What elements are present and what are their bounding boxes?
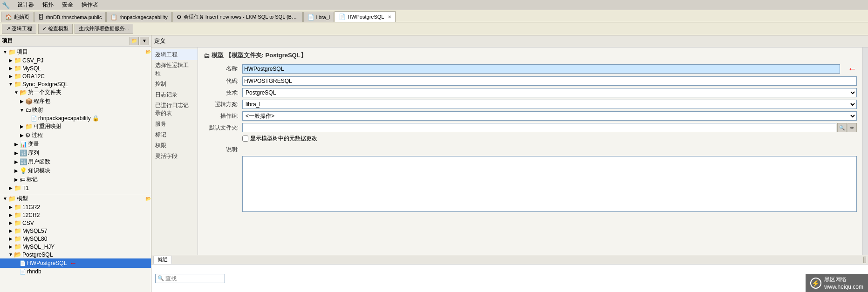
mysql57-expand[interactable]: ▶ [8, 228, 13, 233]
tab-session[interactable]: ⚙ 会话任务 Insert new rows - LKM SQL to SQL … [172, 12, 303, 22]
tree-sequence[interactable]: ▶ 🔢 序列 [0, 149, 151, 157]
show-meta-label: 显示模型树中的元数据更改 [250, 135, 317, 143]
project-header[interactable]: ▼ 📁 项目 📂 [0, 48, 151, 56]
menu-designer[interactable]: 设计器 [14, 0, 38, 10]
name-input[interactable] [242, 64, 840, 74]
tree-ora12c[interactable]: ▶ 📁 ORA12C [0, 72, 151, 80]
ora-expand[interactable]: ▶ [8, 74, 13, 79]
model-expand[interactable]: ▼ [3, 196, 7, 201]
tree-11gr2[interactable]: ▶ 📁 11GR2 [0, 203, 151, 211]
knowledge-expand[interactable]: ▶ [14, 168, 19, 173]
11gr2-expand[interactable]: ▶ [8, 204, 13, 210]
tree-csv-model[interactable]: ▶ 📁 CSV [0, 219, 151, 227]
show-meta-checkbox[interactable] [242, 136, 248, 142]
tree-postgresql[interactable]: ▼ 📂 PostgreSQL [0, 251, 151, 258]
tag-expand[interactable]: ▶ [14, 177, 19, 182]
tab-home[interactable]: 🏠 起始页 [1, 12, 34, 22]
validate-btn[interactable]: ✓ 检查模型 [38, 24, 73, 34]
generate-btn[interactable]: 生成并部署数据服务... [75, 24, 133, 34]
tech-select[interactable]: PostgreSQL [242, 88, 857, 97]
csv-expand[interactable]: ▶ [8, 58, 13, 63]
nav-flex[interactable]: 灵活字段 [151, 151, 198, 162]
search-input[interactable] [165, 275, 221, 282]
nav-tag[interactable]: 标记 [151, 129, 198, 140]
tree-mysql57[interactable]: ▶ 📁 MySQL57 [0, 227, 151, 235]
tree-mysql[interactable]: ▶ 📁 MySQL [0, 64, 151, 72]
tree-hwpostgresql[interactable]: 📄 HWPostgreSQL ← [0, 258, 151, 268]
menu-topology[interactable]: 拓扑 [39, 0, 57, 10]
nav-privileges[interactable]: 权限 [151, 140, 198, 151]
project-folder-btn[interactable]: 📂 [145, 49, 151, 54]
tree-first-folder[interactable]: ▼ 📂 第一个文件夹 [0, 88, 151, 97]
defaultdir-input[interactable] [242, 123, 836, 132]
tab-libra[interactable]: 📄 libra_l [303, 12, 334, 22]
tree-process[interactable]: ▶ ⚙ 过程 [0, 131, 151, 140]
description-textarea[interactable] [242, 156, 857, 212]
defaultdir-browse-btn[interactable]: 🔍 [837, 123, 847, 132]
t1-expand[interactable]: ▶ [8, 185, 13, 190]
tab-hwpostgresql[interactable]: 📄 HWPostgreSQL ✕ [335, 11, 396, 22]
project-expand[interactable]: ▼ [3, 49, 7, 54]
postgresql-label: PostgreSQL [22, 251, 53, 258]
nav-logic[interactable]: 逻辑工程 [151, 49, 198, 60]
bottom-collapse-btn[interactable] [863, 257, 866, 263]
logical-select[interactable]: libra_l [242, 100, 857, 109]
postgresql-expand[interactable]: ▼ [8, 252, 13, 257]
variable-folder-icon: 📊 [20, 141, 27, 148]
mysql-expand[interactable]: ▶ [8, 66, 13, 71]
tree-rhndb-model[interactable]: 📄 rhndb [0, 268, 151, 275]
nav-selective[interactable]: 选择性逻辑工程 [151, 60, 198, 79]
orient-btn[interactable]: ↗ 逻辑工程 [2, 24, 36, 34]
userfunc-expand[interactable]: ▶ [14, 159, 19, 164]
variable-expand[interactable]: ▶ [14, 142, 19, 147]
tree-rhnpkg[interactable]: 📄 rhnpackagecapability 🔒 [0, 115, 151, 122]
tree-sync-pg[interactable]: ▼ 📁 Sync_PostgreSQL [0, 80, 151, 88]
tree-mysql80[interactable]: ▶ 📁 MySQL80 [0, 235, 151, 243]
menu-bar: 🔧 设计器 拓扑 安全 操作者 [0, 0, 868, 10]
bottom-tab-attributes[interactable]: 就近 [153, 256, 172, 264]
model-header[interactable]: ▼ 📁 模型 📂 [0, 194, 151, 203]
code-input[interactable] [242, 76, 857, 86]
tree-csv-pj[interactable]: ▶ 📁 CSV_PJ [0, 56, 151, 64]
tree-mapping[interactable]: ▼ 🗂 映射 [0, 106, 151, 115]
mapping-expand[interactable]: ▼ [20, 108, 24, 113]
tree-userfunc[interactable]: ▶ 🔣 用户函数 [0, 157, 151, 166]
folder-btn[interactable]: 📁 [130, 37, 139, 45]
opgroup-label: 操作组: [204, 112, 239, 120]
csv-model-expand[interactable]: ▶ [8, 220, 13, 225]
tree-t1[interactable]: ▶ 📁 T1 [0, 184, 151, 192]
tab-rhnpkg[interactable]: 📋 rhnpackagecapability [106, 12, 171, 22]
description-label: 说明: [204, 145, 239, 154]
postgresql-folder-icon: 📂 [14, 251, 21, 258]
nav-log-table[interactable]: 已进行日志记录的表 [151, 100, 198, 119]
menu-operator[interactable]: 操作者 [78, 0, 102, 10]
expand-btn[interactable]: ▼ [140, 37, 149, 45]
tree-pkg[interactable]: ▶ 📦 程序包 [0, 97, 151, 106]
process-expand[interactable]: ▶ [20, 133, 24, 138]
tree-knowledge[interactable]: ▶ 💡 知识模块 [0, 166, 151, 175]
nav-control[interactable]: 控制 [151, 79, 198, 89]
nav-service[interactable]: 服务 [151, 119, 198, 129]
right-scrollbar[interactable] [862, 48, 868, 255]
tree-12cr2[interactable]: ▶ 📁 12CR2 [0, 211, 151, 219]
opgroup-select[interactable]: <一般操作> [242, 111, 857, 121]
model-folder-btn[interactable]: 📂 [145, 196, 151, 201]
tab-rhndb[interactable]: 🗄 rhnDB.rhnschema.public [34, 12, 106, 22]
sync-expand[interactable]: ▼ [8, 81, 13, 87]
defaultdir-edit-btn[interactable]: ✏ [847, 123, 857, 132]
tree-reusable[interactable]: ▶ 📁 可重用映射 [0, 122, 151, 131]
pkg-expand[interactable]: ▶ [20, 99, 24, 104]
ff-expand[interactable]: ▼ [14, 90, 19, 95]
mysql80-expand[interactable]: ▶ [8, 236, 13, 241]
tree-mysql-hjy[interactable]: ▶ 📁 MySQL_HJY [0, 243, 151, 251]
sequence-expand[interactable]: ▶ [14, 150, 19, 156]
menu-security[interactable]: 安全 [58, 0, 77, 10]
tree-variable[interactable]: ▶ 📊 变量 [0, 140, 151, 149]
close-icon[interactable]: ✕ [388, 14, 391, 20]
tree-tag[interactable]: ▶ 🏷 标记 [0, 175, 151, 184]
definition-nav: 逻辑工程 选择性逻辑工程 控制 日志记录 已进行日志记录的表 服务 标记 权限 … [151, 48, 198, 255]
mysql-hjy-expand[interactable]: ▶ [8, 244, 13, 249]
12cr2-expand[interactable]: ▶ [8, 212, 13, 217]
reusable-expand[interactable]: ▶ [20, 124, 24, 129]
nav-logging[interactable]: 日志记录 [151, 89, 198, 100]
